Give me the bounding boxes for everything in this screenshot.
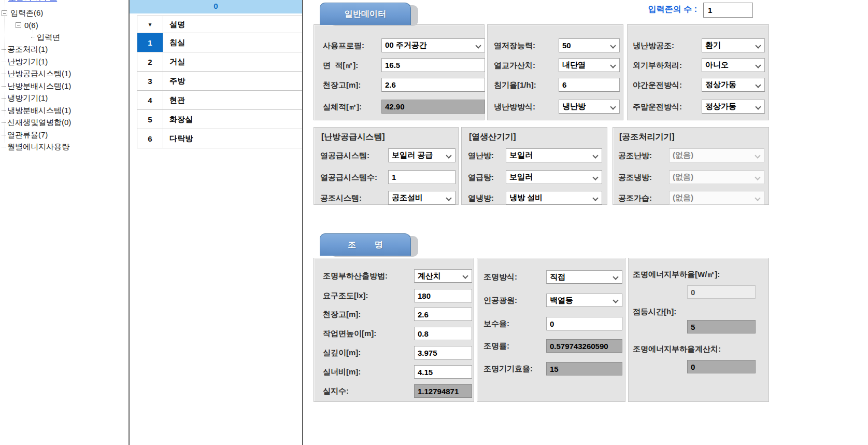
heat-storage-select[interactable]: 50 [559,38,620,52]
sort-triangle-icon[interactable]: ▼ [137,16,163,33]
chevron-down-icon[interactable] [756,83,761,87]
tree-item-cooling-distribution[interactable]: 냉방분배시스템(1) [2,105,71,116]
utilization-factor-label: 조명률: [483,339,509,353]
heat-storage-label: 열저장능력: [494,38,535,52]
room-volume-value: 42.90 [385,102,405,111]
zone-count-input[interactable]: 1 [703,3,753,18]
lighting-calc-method-select[interactable]: 계산치 [414,269,472,283]
zone-table-row[interactable]: 5화장실 [137,110,302,129]
room-depth-input[interactable]: 3.975 [414,346,472,359]
tree-branch-line [2,110,6,111]
zone-table-row[interactable]: 6다락방 [137,129,302,148]
tree-root-project[interactable]: 모듈러 하우스 [8,0,57,3]
chevron-down-icon[interactable] [756,63,761,67]
tree-item-monthly-energy[interactable]: 월별에너지사용량 [2,142,69,153]
tab-lighting[interactable]: 조 명 [320,233,411,256]
ceiling-height-input[interactable]: 2.6 [381,78,485,92]
chevron-down-icon[interactable] [610,105,616,109]
heat-heating-select[interactable]: 보일러 [506,148,602,162]
room-volume-label: 실체적[㎥]: [323,100,362,114]
zone-row-number[interactable]: 1 [137,33,163,52]
tree-item-heating-distribution[interactable]: 난방분배시스템(1) [2,80,71,92]
lighting-type-value: 직접 [550,272,565,282]
chevron-down-icon[interactable] [756,44,761,48]
room-depth-value: 3.975 [418,349,437,357]
chevron-down-icon[interactable] [446,154,451,158]
ahu-system-value: 공조설비 [392,193,423,203]
zone-row-number[interactable]: 2 [137,52,163,71]
tree-item-u-value[interactable]: 열관류율(7) [2,129,48,141]
zone-row-desc[interactable]: 현관 [163,91,302,109]
chevron-down-icon[interactable] [613,298,618,302]
desc-column-header: 설명 [163,16,302,33]
maintenance-factor-input[interactable]: 0 [546,317,622,330]
tree-item-heating-equipment[interactable]: 난방기기(1) [2,56,48,67]
chevron-down-icon[interactable] [610,44,616,48]
heat-dhw-select[interactable]: 보일러 [506,170,602,184]
zone-table-row[interactable]: 2거실 [137,52,302,72]
weekend-operation-select[interactable]: 정상가동 [702,100,765,114]
usage-profile-select[interactable]: 00 주거공간 [381,38,485,52]
tree-item-heating-supply[interactable]: 난방공급시스템(1) [2,68,71,80]
tab-general-data[interactable]: 일반데이터 [320,3,411,25]
zone-table-row[interactable]: 1침실 [137,33,302,52]
ahu-system-select[interactable]: 공조설비 [388,191,456,205]
ahu-cooling-label: 공조냉방: [618,170,652,184]
zone-row-desc[interactable]: 침실 [163,33,302,52]
zone-row-desc[interactable]: 화장실 [163,110,302,129]
tree-item-zone-0[interactable]: 0(6) [16,20,38,31]
zone-table-row[interactable]: 3주방 [137,72,302,91]
heat-supply-system-label: 열공급시스템: [320,148,369,162]
tree-item-renewable-chp[interactable]: 신재생및열병합(0) [2,117,71,129]
zone-row-desc[interactable]: 주방 [163,72,302,90]
room-depth-label: 실깊이[m]: [323,346,361,359]
tree-item-input-zone[interactable]: 입력존(6) [2,7,43,19]
room-width-input[interactable]: 4.15 [414,365,472,379]
chevron-down-icon[interactable] [463,274,468,278]
lighting-calc-method-value: 계산치 [418,271,441,281]
collapse-minus-icon[interactable] [16,22,21,28]
thermal-bridge-select[interactable]: 내단열 [559,58,620,72]
light-source-select[interactable]: 백열등 [546,294,622,307]
work-plane-height-input[interactable]: 0.8 [414,327,472,340]
zone-table-row[interactable]: 4현관 [137,91,302,110]
zone-row-number[interactable]: 5 [137,110,163,129]
hvac-ventilation-select[interactable]: 환기 [702,38,765,52]
heat-dhw-value: 보일러 [509,172,533,182]
outdoor-load-select[interactable]: 아니오 [702,58,765,72]
area-input[interactable]: 16.5 [381,58,485,72]
lighting-type-select[interactable]: 직접 [546,270,622,284]
zone-row-desc[interactable]: 거실 [163,52,302,71]
tree-item-input-surface[interactable]: 입력면 [31,32,60,43]
zone-row-desc[interactable]: 다락방 [163,129,302,148]
chevron-down-icon [755,154,760,158]
chevron-down-icon[interactable] [593,175,598,179]
zone-row-number[interactable]: 6 [137,129,163,148]
tree-item-label: 0(6) [24,21,38,30]
chevron-down-icon[interactable] [756,105,761,109]
chevron-down-icon[interactable] [593,196,598,200]
chevron-down-icon[interactable] [446,196,451,200]
utilization-factor-value: 0.579743260590 [550,342,608,351]
hvac-mode-select[interactable]: 냉난방 [559,100,620,114]
infiltration-rate-input[interactable]: 6 [559,78,620,92]
heat-supply-system-select[interactable]: 보일러 공급 [388,148,456,162]
chevron-down-icon[interactable] [593,154,598,158]
required-illuminance-input[interactable]: 180 [414,289,472,302]
chevron-down-icon[interactable] [476,44,481,48]
work-plane-height-value: 0.8 [418,329,429,338]
ahu-humidification-select: (없음) [669,191,764,205]
collapse-minus-icon[interactable] [2,10,7,16]
light-source-value: 백열등 [550,296,573,305]
chevron-down-icon [755,175,760,179]
chevron-down-icon[interactable] [613,275,618,279]
tree-item-air-handling[interactable]: 공조처리(1) [2,44,48,55]
zone-row-number[interactable]: 3 [137,72,163,90]
tree-item-cooling-equipment[interactable]: 냉방기기(1) [2,93,48,104]
heat-cooling-select[interactable]: 냉방 설비 [506,191,602,205]
heat-supply-count-input[interactable]: 1 [388,170,456,184]
lighting-ceiling-height-input[interactable]: 2.6 [414,308,472,321]
chevron-down-icon[interactable] [610,63,616,67]
zone-row-number[interactable]: 4 [137,91,163,109]
night-operation-select[interactable]: 정상가동 [702,78,765,92]
